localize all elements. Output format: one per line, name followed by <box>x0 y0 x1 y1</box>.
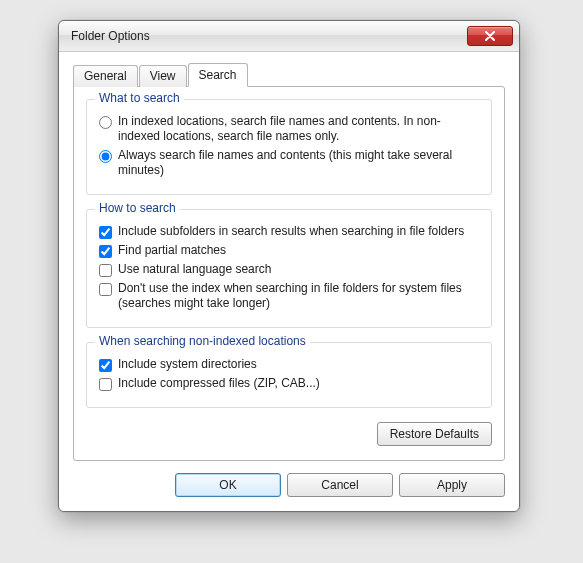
tabpage-search: What to search In indexed locations, sea… <box>73 86 505 461</box>
radio-always-search[interactable]: Always search file names and contents (t… <box>99 148 479 178</box>
check-system-dirs[interactable]: Include system directories <box>99 357 479 372</box>
dialog-footer: OK Cancel Apply <box>73 461 505 497</box>
tab-general[interactable]: General <box>73 65 138 87</box>
check-partial-input[interactable] <box>99 245 112 258</box>
group-how-to-search: How to search Include subfolders in sear… <box>86 209 492 328</box>
radio-indexed-label: In indexed locations, search file names … <box>118 114 479 144</box>
window-title: Folder Options <box>71 29 467 43</box>
tab-search[interactable]: Search <box>188 63 248 87</box>
radio-always-label: Always search file names and contents (t… <box>118 148 479 178</box>
folder-options-dialog: Folder Options General View Search What … <box>58 20 520 512</box>
close-icon <box>484 31 496 41</box>
group-title: What to search <box>95 91 184 105</box>
check-compressed-label: Include compressed files (ZIP, CAB...) <box>118 376 479 391</box>
check-no-index[interactable]: Don't use the index when searching in fi… <box>99 281 479 311</box>
tabstrip: General View Search <box>73 62 505 86</box>
check-noindex-input[interactable] <box>99 283 112 296</box>
restore-defaults-button[interactable]: Restore Defaults <box>377 422 492 446</box>
check-nlq-label: Use natural language search <box>118 262 479 277</box>
group-what-to-search: What to search In indexed locations, sea… <box>86 99 492 195</box>
check-nlq-input[interactable] <box>99 264 112 277</box>
cancel-button[interactable]: Cancel <box>287 473 393 497</box>
group-title: When searching non-indexed locations <box>95 334 310 348</box>
check-sysdirs-label: Include system directories <box>118 357 479 372</box>
radio-always-input[interactable] <box>99 150 112 163</box>
check-subfolders-input[interactable] <box>99 226 112 239</box>
check-compressed[interactable]: Include compressed files (ZIP, CAB...) <box>99 376 479 391</box>
group-nonindexed: When searching non-indexed locations Inc… <box>86 342 492 408</box>
check-compressed-input[interactable] <box>99 378 112 391</box>
group-title: How to search <box>95 201 180 215</box>
radio-indexed-input[interactable] <box>99 116 112 129</box>
client-area: General View Search What to search In in… <box>59 52 519 511</box>
restore-row: Restore Defaults <box>86 422 492 446</box>
check-partial-label: Find partial matches <box>118 243 479 258</box>
radio-indexed-locations[interactable]: In indexed locations, search file names … <box>99 114 479 144</box>
tab-view[interactable]: View <box>139 65 187 87</box>
check-nlq[interactable]: Use natural language search <box>99 262 479 277</box>
check-noindex-label: Don't use the index when searching in fi… <box>118 281 479 311</box>
check-partial-matches[interactable]: Find partial matches <box>99 243 479 258</box>
ok-button[interactable]: OK <box>175 473 281 497</box>
check-subfolders-label: Include subfolders in search results whe… <box>118 224 479 239</box>
check-sysdirs-input[interactable] <box>99 359 112 372</box>
titlebar[interactable]: Folder Options <box>59 21 519 52</box>
close-button[interactable] <box>467 26 513 46</box>
apply-button[interactable]: Apply <box>399 473 505 497</box>
check-include-subfolders[interactable]: Include subfolders in search results whe… <box>99 224 479 239</box>
